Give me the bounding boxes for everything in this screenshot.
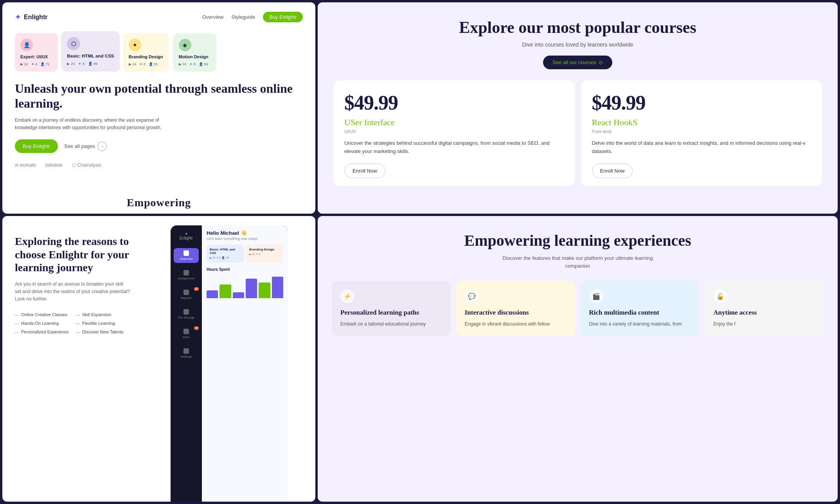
course-card-motion[interactable]: ◈ Motion Design ▶ 24✦ 8👤 99: [173, 33, 216, 72]
arrow-circle-icon: →: [97, 142, 107, 151]
see-all-btn[interactable]: See all our courses ⊙: [543, 56, 612, 69]
app-nav-settings[interactable]: Settings: [174, 346, 199, 361]
fc-icon-1: 💬: [465, 289, 479, 303]
app-nav-filestorage[interactable]: File Storage: [174, 307, 199, 322]
feature-item-0: Online Creative Classes: [15, 312, 70, 317]
bl-title: Exploring the reasons to choose Enlightr…: [15, 235, 131, 274]
feature-list: Online Creative Classes Skill Expansion …: [15, 312, 131, 334]
card-title-uiux: Expert: UI/UX: [20, 54, 52, 59]
card-icon-uiux: 👤: [20, 39, 33, 51]
card-meta-html: ▶ 24✦ 8👤 99: [67, 62, 114, 66]
card-icon-branding: ✦: [129, 39, 141, 51]
panel-top-left: ✦ Enlightr Overview Styleguide Buy Enlig…: [2, 2, 315, 214]
logo-icon: ✦: [15, 13, 21, 22]
app-mini-card-0[interactable]: Basic: HTML and CSS ▶ 24 ✦ 8 👤 99: [207, 245, 244, 263]
card-icon-motion: ◈: [179, 39, 191, 51]
enroll-btn-1[interactable]: Enroll Now: [592, 164, 633, 178]
feature-item-1: Skill Expansion: [76, 312, 131, 317]
fc-desc-2: Dive into a variety of learning material…: [589, 320, 691, 328]
nav-buy-btn[interactable]: Buy Enlightr: [263, 12, 303, 22]
reports-badge: 5: [194, 287, 199, 291]
app-nav-reports[interactable]: Reports 5: [174, 287, 199, 302]
course-tag-0: UI/UX: [344, 129, 564, 134]
feature-item-2: Hands-On Learning: [15, 321, 70, 326]
feature-card-0: ⚡ Personalized learning paths Embark on …: [332, 281, 451, 336]
empowering-label: Empowering: [127, 196, 191, 209]
chart-bar-2: [233, 292, 244, 298]
bl-app: ✦ Enlightr Overview Assignment: [143, 216, 315, 502]
app-nav-settings-label: Settings: [181, 355, 192, 358]
brand-logos: w workato talkdesk ⬡ Chainalysis: [15, 162, 303, 168]
course-desc-0: Uncover the strategies behind successful…: [344, 139, 564, 156]
hero-title: Unleash your own potential through seaml…: [15, 81, 303, 111]
course-card-uiux[interactable]: 👤 Expert: UI/UX ▶ 24✦ 4👤 72: [15, 33, 58, 72]
navbar: ✦ Enlightr Overview Styleguide Buy Enlig…: [15, 12, 303, 22]
chart-bar-1: [219, 284, 231, 298]
card-title-motion: Motion Design: [179, 54, 211, 59]
hero-secondary-btn[interactable]: See all pages →: [64, 142, 107, 151]
app-nav-assignment-label: Assignment: [178, 277, 194, 280]
app-nav-overview[interactable]: Overview: [174, 248, 199, 263]
app-nav-filestorage-icon: [183, 309, 189, 315]
card-meta-motion: ▶ 24✦ 8👤 99: [179, 62, 211, 66]
app-logo-small: ✦ Enlightr: [174, 232, 199, 240]
main-grid: ✦ Enlightr Overview Styleguide Buy Enlig…: [0, 0, 840, 504]
app-mini-card-1[interactable]: Branding Design ▶ 24 ✦ 8: [246, 245, 283, 263]
hero-primary-btn[interactable]: Buy Enlightr: [15, 139, 58, 153]
app-chart: [207, 275, 283, 298]
app-mini-meta-1: ▶ 24 ✦ 8: [249, 253, 280, 256]
fc-icon-3: 🔓: [713, 289, 727, 303]
app-sidebar: ✦ Enlightr Overview Assignment: [171, 225, 202, 502]
app-nav-inbox-icon: [183, 329, 189, 334]
brand-workato: w workato: [15, 162, 36, 168]
brand-talkdesk: talkdesk: [45, 162, 63, 168]
app-nav-inbox-label: Inbox: [182, 335, 190, 339]
course-price-1: $49.99: [592, 91, 811, 114]
course-card-html[interactable]: ⬡ Basic: HTML and CSS ▶ 24✦ 8👤 99: [61, 31, 120, 72]
fc-desc-1: Engage in vibrant discussions with fello…: [465, 320, 567, 328]
fc-icon-2: 🎬: [589, 289, 603, 303]
app-nav-assignment-icon: [183, 270, 189, 275]
nav-styleguide[interactable]: Styleguide: [231, 14, 255, 20]
nav-overview[interactable]: Overview: [202, 14, 223, 20]
app-mini-title-1: Branding Design: [249, 248, 280, 251]
app-nav-reports-icon: [183, 290, 189, 295]
app-logo-icon: ✦: [185, 232, 188, 236]
course-item-0: $49.99 USer Interface UI/UX Uncover the …: [333, 80, 575, 186]
arrow-circle-right-icon: ⊙: [599, 59, 603, 65]
chart-bar-4: [259, 283, 270, 298]
logo: ✦ Enlightr: [15, 13, 47, 22]
app-nav-settings-icon: [183, 348, 189, 354]
section-subtitle: Dive into courses loved by learners worl…: [522, 41, 633, 48]
app-nav-reports-label: Reports: [181, 296, 192, 300]
hero-actions: Buy Enlightr See all pages →: [15, 139, 303, 153]
bl-desc: Are you in search of an avenue to broade…: [15, 281, 131, 303]
panel-bottom-left: Exploring the reasons to choose Enlightr…: [2, 216, 315, 502]
fc-title-3: Anytime access: [713, 309, 815, 317]
panel-bottom-right: Empowering learning experiences Discover…: [318, 216, 838, 502]
fc-desc-3: Enjoy the f: [713, 320, 815, 328]
feature-card-3: 🔓 Anytime access Enjoy the f: [705, 281, 824, 336]
card-title-html: Basic: HTML and CSS: [67, 54, 114, 59]
course-card-branding[interactable]: ✦ Branding Design ▶ 24✦ 8👤 55: [123, 33, 169, 72]
features-row: ⚡ Personalized learning paths Embark on …: [332, 281, 824, 336]
feature-item-5: Discover New Talents: [76, 329, 131, 334]
feature-item-4: Personalized Experience: [15, 329, 70, 334]
fc-icon-0: ⚡: [340, 289, 354, 303]
bl-text: Exploring the reasons to choose Enlightr…: [2, 216, 143, 502]
fc-desc-0: Embark on a tailored educational journey: [340, 320, 442, 328]
course-item-1: $49.99 React HookS From tend Delve into …: [581, 80, 822, 186]
app-mini-title-0: Basic: HTML and CSS: [210, 248, 241, 255]
app-nav-overview-label: Overview: [180, 257, 192, 261]
brand-chainalysis: ⬡ Chainalysis: [72, 162, 101, 168]
panel-top-right: Explore our most popular courses Dive in…: [318, 2, 838, 214]
courses-row: $49.99 USer Interface UI/UX Uncover the …: [333, 80, 822, 186]
logo-text: Enlightr: [24, 14, 47, 21]
hero-desc: Embark on a journey of endless discovery…: [15, 117, 164, 131]
card-meta-branding: ▶ 24✦ 8👤 55: [129, 62, 163, 66]
inbox-badge: 5: [194, 326, 199, 330]
course-name-1: React HookS: [592, 117, 811, 128]
app-nav-inbox[interactable]: Inbox 5: [174, 326, 199, 341]
app-nav-assignment[interactable]: Assignment: [174, 268, 199, 283]
enroll-btn-0[interactable]: Enroll Now: [344, 164, 385, 178]
